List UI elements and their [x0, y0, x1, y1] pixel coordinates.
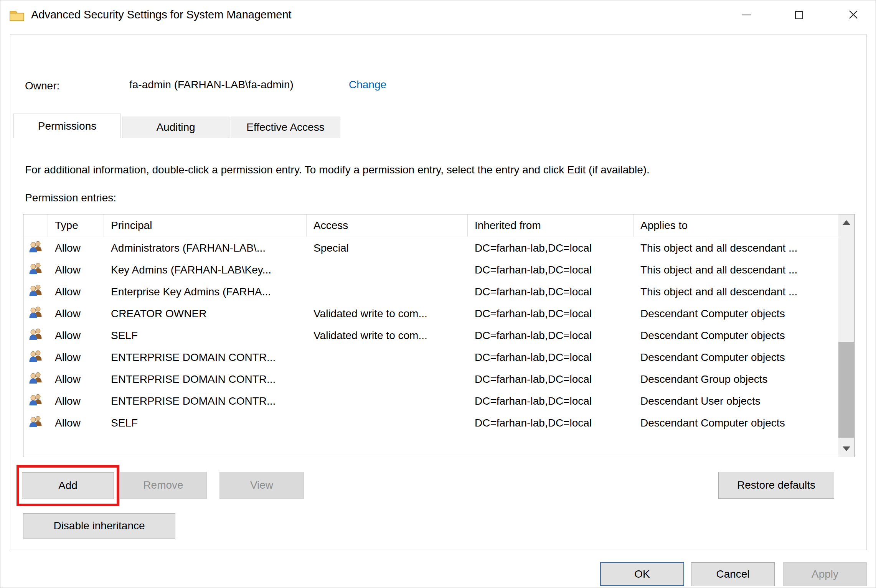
- column-header-principal[interactable]: Principal: [104, 214, 307, 237]
- table-row[interactable]: Allow CREATOR OWNER Validated write to c…: [23, 303, 838, 324]
- minimize-button[interactable]: [734, 0, 759, 30]
- cell-type: Allow: [48, 351, 104, 364]
- cell-inherited-from: DC=farhan-lab,DC=local: [468, 329, 633, 342]
- table-row[interactable]: Allow ENTERPRISE DOMAIN CONTR... DC=farh…: [23, 390, 838, 412]
- cell-applies-to: Descendant User objects: [633, 395, 838, 407]
- disable-inheritance-button[interactable]: Disable inheritance: [23, 513, 175, 539]
- table-row[interactable]: Allow SELF Validated write to com... DC=…: [23, 324, 838, 346]
- advanced-security-settings-window: Advanced Security Settings for System Ma…: [0, 0, 876, 588]
- cell-principal: ENTERPRISE DOMAIN CONTR...: [104, 395, 307, 407]
- scrollbar-thumb[interactable]: [838, 342, 854, 438]
- title-bar[interactable]: Advanced Security Settings for System Ma…: [0, 0, 876, 31]
- table-row[interactable]: Allow ENTERPRISE DOMAIN CONTR... DC=farh…: [23, 346, 838, 368]
- cell-type: Allow: [48, 242, 104, 254]
- table-row[interactable]: Allow Key Admins (FARHAN-LAB\Key... DC=f…: [23, 259, 838, 281]
- remove-button[interactable]: Remove: [120, 472, 207, 499]
- users-icon: [29, 262, 43, 278]
- cell-principal: Administrators (FARHAN-LAB\...: [104, 242, 307, 254]
- row-icon-cell: [23, 284, 48, 300]
- cell-type: Allow: [48, 264, 104, 276]
- cell-applies-to: Descendant Group objects: [633, 373, 838, 385]
- cell-principal: SELF: [104, 417, 307, 429]
- cell-principal: ENTERPRISE DOMAIN CONTR...: [104, 351, 307, 364]
- row-icon-cell: [23, 350, 48, 365]
- tab-permissions[interactable]: Permissions: [13, 114, 121, 138]
- scroll-down-button[interactable]: [838, 441, 854, 457]
- cell-principal: ENTERPRISE DOMAIN CONTR...: [104, 373, 307, 385]
- table-row[interactable]: Allow SELF DC=farhan-lab,DC=local Descen…: [23, 412, 838, 434]
- cell-inherited-from: DC=farhan-lab,DC=local: [468, 373, 633, 385]
- row-icon-cell: [23, 394, 48, 409]
- cell-inherited-from: DC=farhan-lab,DC=local: [468, 308, 633, 320]
- users-icon: [29, 240, 43, 256]
- row-icon-cell: [23, 262, 48, 278]
- column-header-inherited-from[interactable]: Inherited from: [468, 214, 633, 237]
- cell-type: Allow: [48, 373, 104, 385]
- column-header-applies-to[interactable]: Applies to: [633, 214, 838, 237]
- cell-type: Allow: [48, 417, 104, 429]
- cell-type: Allow: [48, 329, 104, 342]
- permission-entries-label: Permission entries:: [25, 192, 116, 204]
- cell-applies-to: Descendant Computer objects: [633, 351, 838, 364]
- instructions-text: For additional information, double-click…: [25, 163, 846, 177]
- table-row[interactable]: Allow Enterprise Key Admins (FARHA... DC…: [23, 281, 838, 303]
- tab-bar: Permissions Auditing Effective Access: [13, 114, 341, 138]
- chevron-up-icon: [843, 220, 850, 225]
- users-icon: [29, 415, 43, 431]
- users-icon: [29, 394, 43, 409]
- cell-type: Allow: [48, 286, 104, 298]
- close-button[interactable]: [841, 0, 866, 30]
- cell-inherited-from: DC=farhan-lab,DC=local: [468, 395, 633, 407]
- maximize-icon: [795, 11, 803, 19]
- scroll-up-button[interactable]: [838, 214, 854, 231]
- cell-applies-to: Descendant Computer objects: [633, 308, 838, 320]
- table-header: Type Principal Access Inherited from App…: [23, 214, 838, 237]
- row-icon-cell: [23, 415, 48, 431]
- row-icon-cell: [23, 306, 48, 321]
- row-icon-cell: [23, 372, 48, 387]
- add-button-highlight: Add: [16, 465, 119, 506]
- add-button[interactable]: Add: [22, 472, 114, 499]
- table-inner: Type Principal Access Inherited from App…: [23, 214, 838, 457]
- cell-applies-to: This object and all descendant ...: [633, 264, 838, 276]
- ok-button[interactable]: OK: [600, 562, 684, 586]
- tab-effective-access[interactable]: Effective Access: [231, 117, 340, 138]
- table-row[interactable]: Allow Administrators (FARHAN-LAB\... Spe…: [23, 237, 838, 259]
- cell-principal: SELF: [104, 329, 307, 342]
- row-icon-cell: [23, 240, 48, 256]
- cell-principal: Enterprise Key Admins (FARHA...: [104, 286, 307, 298]
- users-icon: [29, 350, 43, 365]
- users-icon: [29, 372, 43, 387]
- cell-inherited-from: DC=farhan-lab,DC=local: [468, 351, 633, 364]
- cell-applies-to: This object and all descendant ...: [633, 242, 838, 254]
- cell-access: Special: [307, 242, 468, 254]
- view-button[interactable]: View: [219, 472, 304, 499]
- close-icon: [848, 10, 858, 21]
- vertical-scrollbar[interactable]: [838, 214, 854, 457]
- cell-inherited-from: DC=farhan-lab,DC=local: [468, 242, 633, 254]
- chevron-down-icon: [843, 446, 850, 451]
- cell-principal: Key Admins (FARHAN-LAB\Key...: [104, 264, 307, 276]
- cancel-button[interactable]: Cancel: [691, 562, 775, 586]
- tab-auditing[interactable]: Auditing: [122, 117, 229, 138]
- column-header-icon: [23, 214, 48, 237]
- owner-label: Owner:: [25, 80, 59, 92]
- column-header-access[interactable]: Access: [307, 214, 468, 237]
- maximize-button[interactable]: [786, 0, 812, 30]
- change-owner-link[interactable]: Change: [349, 79, 386, 91]
- cell-applies-to: Descendant Computer objects: [633, 417, 838, 429]
- table-row[interactable]: Allow ENTERPRISE DOMAIN CONTR... DC=farh…: [23, 368, 838, 390]
- users-icon: [29, 284, 43, 300]
- cell-applies-to: This object and all descendant ...: [633, 286, 838, 298]
- permission-table-body: Allow Administrators (FARHAN-LAB\... Spe…: [23, 237, 838, 434]
- cell-principal: CREATOR OWNER: [104, 308, 307, 320]
- apply-button[interactable]: Apply: [783, 562, 867, 586]
- restore-defaults-button[interactable]: Restore defaults: [718, 472, 834, 499]
- column-header-type[interactable]: Type: [48, 214, 104, 237]
- minimize-icon: [742, 15, 751, 15]
- folder-icon: [9, 8, 25, 23]
- users-icon: [29, 328, 43, 343]
- row-icon-cell: [23, 328, 48, 343]
- cell-inherited-from: DC=farhan-lab,DC=local: [468, 417, 633, 429]
- window-title: Advanced Security Settings for System Ma…: [31, 8, 292, 21]
